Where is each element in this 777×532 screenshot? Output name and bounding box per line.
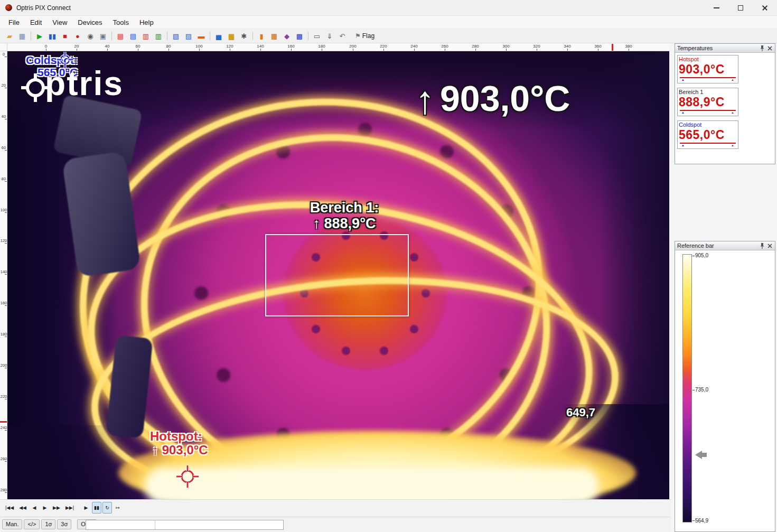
temperature-label: Coldspot [679, 122, 737, 128]
close-panel-button[interactable] [766, 242, 773, 249]
temperature-reading: Hotspot903,0°C▲▲ [677, 55, 738, 83]
ruler-tick [5, 150, 7, 151]
ruler-tick [5, 181, 7, 182]
ruler-label: 20 [74, 44, 79, 49]
ruler-tick [537, 49, 537, 51]
menu-item-help[interactable]: Help [134, 17, 159, 28]
pin-icon [760, 243, 765, 249]
table-red-icon[interactable]: ▤ [115, 31, 126, 41]
pin-button[interactable] [759, 242, 765, 249]
min-marker-icon: ▲ [681, 78, 685, 82]
thermal-image[interactable]: Coldspot: 565,0°C optris ↑ 903,0°C Berei… [7, 51, 669, 499]
pin-icon [760, 45, 765, 51]
histogram-blue-icon[interactable]: ▅ [213, 31, 224, 41]
app-window: Optris PIX Connect FileEditViewDevicesTo… [0, 0, 777, 532]
ruler-label: 140 [257, 44, 264, 49]
rewind-button[interactable]: ◀◀ [17, 502, 29, 514]
max-marker-icon: ▲ [731, 144, 734, 147]
save-icon[interactable]: ▦ [17, 31, 27, 41]
pause-button[interactable]: ▮▮ [92, 502, 101, 514]
temperature-reading: Coldspot565,0°C▲▲ [677, 120, 738, 149]
record-icon[interactable]: ● [72, 31, 83, 41]
checker-icon[interactable]: ▩ [294, 31, 305, 41]
colorbar-icon[interactable]: ▬ [196, 31, 207, 41]
manual-mode-button[interactable]: Man. [2, 519, 22, 529]
area-overlay-label: Bereich 1: [270, 200, 418, 216]
ruler-tick [230, 49, 230, 51]
pause-icon[interactable]: ▮▮ [47, 31, 58, 41]
menu-item-view[interactable]: View [47, 17, 72, 28]
skip-end-button[interactable]: ▶▶| [63, 502, 76, 514]
area-overlay: Bereich 1: ↑ 888,9°C [270, 200, 418, 231]
area-overlay-value: 888,9°C [324, 216, 376, 231]
menu-item-file[interactable]: File [3, 17, 25, 28]
ruler-tick [506, 49, 507, 51]
copy-frames-icon[interactable]: ▣ [98, 31, 108, 41]
ruler-label: 40 [0, 114, 7, 119]
tools-icon[interactable]: ✱ [239, 31, 249, 41]
code-view-button[interactable]: </> [24, 519, 40, 529]
reference-min-label: 564,9 [695, 518, 708, 524]
table-red2-icon[interactable]: ▥ [141, 31, 151, 41]
measure-icon[interactable]: ▭ [312, 31, 322, 41]
open-folder-icon[interactable]: ▰ [4, 31, 15, 41]
trend-markers: ▲▲ [679, 111, 737, 115]
maximize-button[interactable] [728, 0, 753, 16]
menu-item-tools[interactable]: Tools [108, 17, 134, 28]
prev-frame-button[interactable]: ◀ [30, 502, 39, 514]
hotspot-overlay-label: Hotspot: [150, 430, 208, 443]
ruler-position-marker [0, 421, 7, 423]
diagram-icon[interactable]: ▨ [183, 31, 194, 41]
ruler-tick [353, 49, 353, 51]
stop-record-icon[interactable]: ■ [60, 31, 70, 41]
play-icon[interactable]: ▶ [34, 31, 45, 41]
ruler-tick [383, 49, 384, 51]
minimize-button[interactable] [704, 0, 728, 16]
close-panel-button[interactable] [766, 45, 773, 52]
next-frame-button[interactable]: ▶ [40, 502, 50, 514]
ruler-label: 320 [533, 44, 540, 49]
fast-forward-button[interactable]: ▶▶ [51, 502, 62, 514]
ruler-label: 180 [318, 44, 325, 49]
skip-start-button[interactable]: |◀◀ [3, 502, 16, 514]
ruler-tick [199, 49, 200, 51]
spot-temperature-overlay: 649,7 [566, 406, 595, 419]
menu-item-devices[interactable]: Devices [72, 17, 107, 28]
sigma3-button[interactable]: 3σ [57, 519, 71, 529]
step-marker-button[interactable]: ↦ [113, 502, 123, 514]
close-button[interactable] [753, 0, 777, 16]
layout-icon[interactable]: ▧ [171, 31, 181, 41]
menu-item-edit[interactable]: Edit [25, 17, 47, 28]
ruler-tick [168, 49, 169, 51]
ruler-position-marker [612, 44, 613, 51]
reference-gradient-bar[interactable] [682, 254, 692, 522]
undo-icon[interactable]: ↶ [337, 31, 348, 41]
pin-button[interactable] [759, 45, 765, 52]
table-green-icon[interactable]: ▥ [153, 31, 164, 41]
measure-area-rect[interactable] [265, 234, 409, 316]
sigma1-button[interactable]: 1σ [41, 519, 55, 529]
toolbar-separator [167, 32, 167, 40]
status-field[interactable] [86, 520, 284, 530]
export-icon[interactable]: ⇓ [324, 31, 335, 41]
minimize-icon [714, 7, 719, 8]
ruler-tick [5, 368, 7, 368]
ruler-label: 120 [226, 44, 233, 49]
palette-icon[interactable]: ◆ [282, 31, 292, 41]
thermometer-icon[interactable]: ▮ [256, 31, 267, 41]
reference-level-arrow-icon[interactable] [695, 451, 707, 459]
flag-label[interactable]: Flag [362, 32, 375, 40]
ruler-label: 40 [105, 44, 110, 49]
temperature-value: 903,0°C [679, 62, 737, 77]
ruler-label: 300 [502, 44, 509, 49]
loop-button[interactable]: ↻ [102, 502, 112, 514]
ruler-tick [445, 49, 445, 51]
ruler-label: 160 [287, 44, 294, 49]
grid-icon[interactable]: ▦ [269, 31, 279, 41]
histogram-gold-icon[interactable]: ▆ [226, 31, 237, 41]
ruler-tick [5, 461, 7, 462]
ruler-label: 140 [0, 269, 7, 274]
play-button[interactable]: ▶ [81, 502, 91, 514]
table-blue-icon[interactable]: ▤ [128, 31, 138, 41]
camera-icon[interactable]: ◉ [85, 31, 96, 41]
